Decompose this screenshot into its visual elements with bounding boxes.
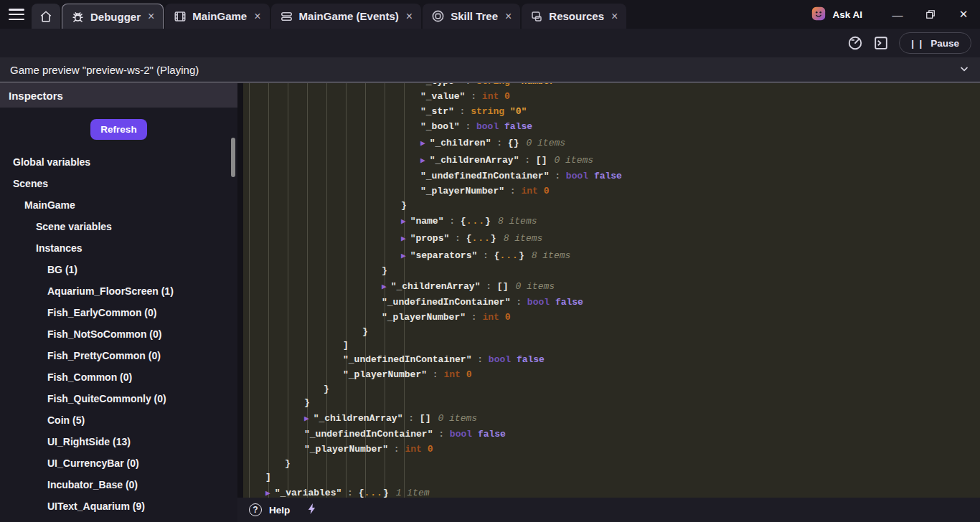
json-row-_value[interactable]: "_value" : int 0 (243, 89, 980, 104)
json-row-_playerNumber[interactable]: "_playerNumber" : int 0 (243, 367, 980, 382)
sidebar-item-ui-rightside-13[interactable]: UI_RightSide (13) (0, 431, 237, 452)
sidebar-item-bg-1[interactable]: BG (1) (0, 259, 237, 280)
bug-icon (71, 10, 85, 24)
inspector-tree: "_type" : string "number""_value" : int … (243, 83, 980, 498)
tab-label: MainGame (Events) (299, 10, 399, 22)
expand-arrow-icon[interactable]: ▶ (401, 217, 406, 226)
json-row-separators[interactable]: ▶"separators" : {...}8 items (243, 247, 980, 264)
tab-label: MainGame (192, 10, 247, 22)
tab-debugger[interactable]: Debugger × (62, 4, 164, 29)
json-brace-row: } (243, 199, 980, 212)
close-tab-icon[interactable]: × (254, 10, 260, 23)
tab-skill-tree[interactable]: Skill Tree × (423, 4, 520, 29)
tab-bar: Debugger × MainGame × MainGame (Events) … (0, 0, 980, 29)
tab-resources[interactable]: Resources × (522, 4, 626, 29)
expand-arrow-icon[interactable]: ▶ (420, 138, 425, 148)
tab-label: Skill Tree (451, 10, 498, 22)
sidebar-item-instances[interactable]: Instances (0, 237, 237, 259)
json-row-_childrenArray[interactable]: ▶"_childrenArray" : []0 items (243, 409, 980, 427)
json-row-_playerNumber[interactable]: "_playerNumber" : int 0 (243, 310, 980, 325)
sidebar-item-coin-5[interactable]: Coin (5) (0, 409, 237, 431)
sidebar-scrollbar[interactable] (231, 138, 235, 177)
json-row-_variables[interactable]: ▶"_variables" : {...}1 item (243, 484, 980, 498)
minimize-button[interactable]: — (881, 4, 914, 25)
pause-button[interactable]: | | Pause (899, 32, 971, 54)
ask-ai-label: Ask AI (832, 9, 862, 20)
sidebar-item-fish-notsocommon-0[interactable]: Fish_NotSoCommon (0) (0, 323, 237, 345)
sidebar-item-fish-prettycommon-0[interactable]: Fish_PrettyCommon (0) (0, 345, 237, 366)
close-window-button[interactable]: ✕ (947, 4, 980, 25)
sidebar-item-maingame[interactable]: MainGame (0, 194, 237, 216)
window-controls: Ask AI — ✕ (811, 4, 980, 25)
tab-label: Resources (549, 10, 604, 22)
json-row-_undefinedInContainer[interactable]: "_undefinedInContainer" : bool false (243, 169, 980, 184)
tab-label: Debugger (90, 11, 141, 23)
app-window: Debugger × MainGame × MainGame (Events) … (0, 0, 980, 522)
sidebar-item-scene-variables[interactable]: Scene variables (0, 216, 237, 237)
json-brace-row: } (243, 396, 980, 409)
json-row-_undefinedInContainer[interactable]: "_undefinedInContainer" : bool false (243, 352, 980, 367)
json-row-props[interactable]: ▶"props" : {...}8 items (243, 229, 980, 247)
sidebar-item-incubator-thenest-0[interactable]: Incubator_TheNest (0) (0, 517, 237, 522)
json-brace-row: ] (243, 470, 980, 484)
scene-icon (174, 10, 187, 23)
expand-arrow-icon[interactable]: ▶ (401, 234, 406, 243)
json-row-_children[interactable]: ▶"_children" : {}0 items (243, 134, 980, 151)
tab-home[interactable] (32, 4, 60, 29)
tab-maingame[interactable]: MainGame × (165, 4, 269, 29)
expand-arrow-icon[interactable]: ▶ (382, 282, 387, 291)
expand-arrow-icon[interactable]: ▶ (401, 251, 406, 260)
json-row-_undefinedInContainer[interactable]: "_undefinedInContainer" : bool false (243, 427, 980, 442)
json-row-_childrenArray[interactable]: ▶"_childrenArray" : []0 items (243, 151, 980, 169)
json-row-_playerNumber[interactable]: "_playerNumber" : int 0 (243, 442, 980, 457)
sidebar-item-global-variables[interactable]: Global variables (0, 151, 237, 173)
json-brace-row: } (243, 325, 980, 338)
json-row-_playerNumber[interactable]: "_playerNumber" : int 0 (243, 184, 980, 199)
sidebar-item-ui-currencybar-0[interactable]: UI_CurrencyBar (0) (0, 452, 237, 474)
json-brace-row: } (243, 457, 980, 470)
tab-maingame-events[interactable]: MainGame (Events) × (271, 4, 422, 29)
close-tab-icon[interactable]: × (406, 10, 413, 23)
resources-icon (530, 10, 543, 23)
console-icon[interactable] (873, 35, 889, 51)
refresh-button[interactable]: Refresh (90, 119, 146, 140)
close-tab-icon[interactable]: × (611, 10, 618, 23)
expand-arrow-icon[interactable]: ▶ (265, 488, 270, 498)
footer-bar: ? Help (237, 498, 980, 522)
restore-button[interactable] (914, 4, 947, 25)
sidebar-tree: Global variablesScenesMainGameScene vari… (0, 151, 237, 522)
json-row-_str[interactable]: "_str" : string "0" (243, 104, 980, 119)
events-icon (280, 10, 293, 23)
sidebar-item-uitext-aquarium-9[interactable]: UIText_Aquarium (9) (0, 495, 237, 517)
sidebar-item-fish-common-0[interactable]: Fish_Common (0) (0, 366, 237, 388)
ask-ai-button[interactable]: Ask AI (811, 6, 862, 24)
json-row-_undefinedInContainer[interactable]: "_undefinedInContainer" : bool false (243, 295, 980, 310)
inspectors-header: Inspectors (0, 83, 237, 108)
close-tab-icon[interactable]: × (148, 10, 154, 23)
sidebar-item-aquarium-floorscreen-1[interactable]: Aquarium_FloorScreen (1) (0, 280, 237, 302)
json-row-_type[interactable]: "_type" : string "number" (243, 83, 980, 89)
preview-header: Game preview "preview-ws-2" (Playing) (0, 57, 980, 82)
help-label[interactable]: Help (269, 505, 290, 516)
lightning-bolt-icon[interactable] (307, 503, 316, 518)
inspector-content: "_type" : string "number""_value" : int … (243, 83, 980, 498)
help-icon[interactable]: ? (249, 503, 262, 516)
pause-icon: | | (911, 38, 923, 49)
expand-arrow-icon[interactable]: ▶ (304, 414, 309, 423)
sidebar-item-fish-quitecommonly-0[interactable]: Fish_QuiteCommonly (0) (0, 388, 237, 409)
home-icon (39, 10, 52, 23)
json-brace-row: } (243, 264, 980, 277)
sidebar-item-incubator-base-0[interactable]: Incubator_Base (0) (0, 474, 237, 495)
json-row-_bool[interactable]: "_bool" : bool false (243, 119, 980, 134)
close-tab-icon[interactable]: × (505, 10, 512, 23)
sidebar-item-scenes[interactable]: Scenes (0, 173, 237, 194)
json-row-name[interactable]: ▶"name" : {...}8 items (243, 212, 980, 229)
menu-icon[interactable] (9, 9, 24, 20)
json-row-_childrenArray[interactable]: ▶"_childrenArray" : []0 items (243, 277, 980, 295)
panel-divider (237, 83, 243, 522)
sidebar-item-fish-earlycommon-0[interactable]: Fish_EarlyCommon (0) (0, 302, 237, 323)
ask-ai-icon (811, 6, 826, 24)
chevron-down-icon[interactable] (958, 63, 970, 77)
profiler-gauge-icon[interactable] (847, 35, 863, 51)
expand-arrow-icon[interactable]: ▶ (420, 156, 425, 165)
